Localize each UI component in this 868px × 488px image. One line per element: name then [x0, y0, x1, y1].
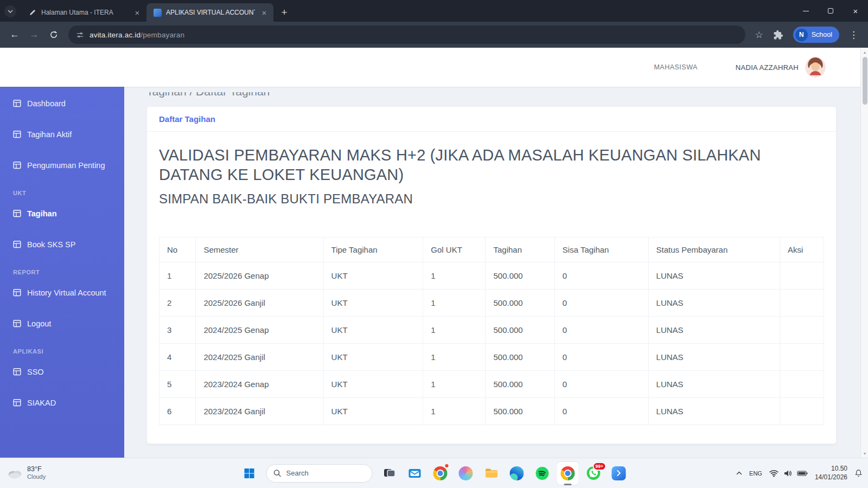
- page-scrollbar[interactable]: ▲ ▼: [860, 48, 868, 458]
- cell-no: 4: [159, 343, 196, 370]
- site-info-icon[interactable]: [76, 31, 84, 39]
- cell-gol: 1: [423, 397, 486, 425]
- browser-profile-chip[interactable]: N School: [793, 27, 839, 43]
- date-text: 14/01/2026: [815, 473, 847, 482]
- sidebar-item-siakad[interactable]: SIAKAD: [0, 387, 124, 418]
- search-label: Search: [286, 469, 309, 477]
- scroll-down-arrow[interactable]: ▼: [861, 450, 868, 457]
- cell-gol: 1: [423, 262, 486, 289]
- outlook-icon[interactable]: [404, 461, 426, 485]
- billing-table: No Semester Tipe Tagihan Gol UKT Tagihan…: [159, 237, 824, 425]
- browser-menu-icon[interactable]: ⋮: [845, 29, 863, 41]
- cell-gol: 1: [423, 343, 486, 370]
- cell-semester: 2023/2024 Ganjil: [196, 397, 323, 425]
- url-path: /pembayaran: [141, 31, 184, 39]
- back-button[interactable]: ←: [5, 25, 24, 44]
- column-header: Status Pembayaran: [648, 237, 780, 262]
- sidebar: Dashboard Tagihan Aktif Pengumuman Penti…: [0, 87, 124, 458]
- volume-icon: [783, 470, 792, 477]
- user-avatar[interactable]: [805, 57, 826, 78]
- weather-widget[interactable]: 83°F Cloudy: [7, 458, 46, 488]
- cell-status: LUNAS: [648, 343, 780, 370]
- column-header: Tipe Tagihan: [323, 237, 423, 262]
- column-header: No: [159, 237, 196, 262]
- language-indicator[interactable]: ENG: [749, 470, 762, 477]
- taskbar-center: Search 99+: [238, 458, 630, 488]
- task-view-icon[interactable]: [378, 461, 401, 485]
- address-bar[interactable]: avita.itera.ac.id/pembayaran: [68, 25, 745, 44]
- maximize-button[interactable]: [818, 0, 843, 22]
- chrome-active-icon[interactable]: [557, 461, 579, 485]
- user-menu[interactable]: NADIA AZZAHRAH: [736, 57, 826, 78]
- grid-icon: [13, 240, 21, 248]
- wifi-icon: [769, 470, 778, 477]
- browser-tab-strip: Halaman Utama - ITERA × APLIKASI VIRTUAL…: [0, 0, 868, 22]
- card-title: Daftar Tagihan: [147, 107, 836, 132]
- scroll-up-arrow[interactable]: ▲: [861, 48, 868, 56]
- file-explorer-icon[interactable]: [480, 461, 503, 485]
- column-header: Gol UKT: [423, 237, 486, 262]
- sidebar-item-logout[interactable]: Logout: [0, 308, 124, 339]
- tab-close-icon[interactable]: ×: [259, 8, 269, 17]
- scrollbar-thumb[interactable]: [863, 57, 867, 105]
- browser-tab-avita[interactable]: APLIKASI VIRTUAL ACCOUNT IT ×: [146, 3, 273, 22]
- sidebar-item-book-sks-sp[interactable]: Book SKS SP: [0, 229, 124, 260]
- grid-icon: [13, 99, 21, 107]
- column-header: Sisa Tagihan: [554, 237, 648, 262]
- sidebar-item-pengumuman-penting[interactable]: Pengumuman Penting: [0, 150, 124, 181]
- quick-share-icon[interactable]: [608, 461, 630, 485]
- grid-icon: [13, 161, 21, 169]
- spotify-icon[interactable]: [531, 461, 554, 485]
- new-tab-button[interactable]: +: [277, 4, 292, 20]
- extensions-icon[interactable]: [769, 30, 788, 40]
- sidebar-item-sso[interactable]: SSO: [0, 356, 124, 387]
- cell-tipe: UKT: [323, 289, 423, 316]
- app-header: MAHASISWA NADIA AZZAHRAH: [0, 48, 868, 87]
- sidebar-section-aplikasi: APLIKASI: [0, 339, 124, 356]
- chrome-icon[interactable]: [429, 461, 452, 485]
- cell-aksi: [780, 262, 824, 289]
- grid-icon: [13, 399, 21, 407]
- minimize-button[interactable]: [793, 0, 818, 22]
- cell-no: 2: [159, 289, 196, 316]
- url-text: avita.itera.ac.id/pembayaran: [90, 31, 184, 39]
- grid-icon: [13, 130, 21, 138]
- sidebar-item-label: Pengumuman Penting: [27, 161, 105, 170]
- notification-bell-icon[interactable]: [854, 469, 863, 477]
- sidebar-item-tagihan[interactable]: Tagihan: [0, 198, 124, 229]
- cell-semester: 2024/2025 Genap: [196, 316, 323, 343]
- table-row: 5 2023/2024 Genap UKT 1 500.000 0 LUNAS: [159, 370, 824, 397]
- edge-icon[interactable]: [506, 461, 528, 485]
- bookmark-star-icon[interactable]: ☆: [751, 29, 768, 41]
- close-window-button[interactable]: ×: [843, 0, 868, 22]
- cell-status: LUNAS: [648, 289, 780, 316]
- sidebar-item-tagihan-aktif[interactable]: Tagihan Aktif: [0, 119, 124, 150]
- browser-tab-itera[interactable]: Halaman Utama - ITERA ×: [22, 3, 146, 22]
- taskbar-clock[interactable]: 10.50 14/01/2026: [815, 465, 847, 481]
- grid-icon: [13, 319, 21, 328]
- sidebar-item-history-virtual-account[interactable]: History Virtual Account: [0, 277, 124, 308]
- reload-button[interactable]: [44, 25, 63, 44]
- table-row: 6 2023/2024 Ganjil UKT 1 500.000 0 LUNAS: [159, 397, 824, 425]
- whatsapp-icon[interactable]: 99+: [582, 461, 605, 485]
- tray-chevron-icon[interactable]: [736, 471, 742, 475]
- cell-tagihan: 500.000: [486, 397, 554, 425]
- sidebar-item-label: Logout: [27, 319, 51, 328]
- cell-no: 6: [159, 397, 196, 425]
- tab-close-icon[interactable]: ×: [132, 8, 142, 17]
- forward-button[interactable]: →: [25, 25, 43, 44]
- grid-icon: [13, 209, 21, 217]
- start-button[interactable]: [238, 461, 261, 485]
- avita-favicon-icon: [153, 8, 162, 17]
- weather-desc: Cloudy: [27, 473, 46, 481]
- tab-search-button[interactable]: [4, 5, 16, 17]
- sidebar-item-dashboard[interactable]: Dashboard: [0, 88, 124, 119]
- sidebar-item-label: Tagihan Aktif: [27, 130, 72, 139]
- sidebar-item-label: History Virtual Account: [27, 288, 106, 297]
- taskbar-search[interactable]: Search: [266, 464, 373, 483]
- screen: Halaman Utama - ITERA × APLIKASI VIRTUAL…: [0, 0, 868, 488]
- copilot-icon[interactable]: [455, 461, 477, 485]
- tray-status-icons[interactable]: [769, 470, 808, 477]
- notification-badge: [444, 463, 450, 468]
- url-host: avita.itera.ac.id: [90, 31, 141, 39]
